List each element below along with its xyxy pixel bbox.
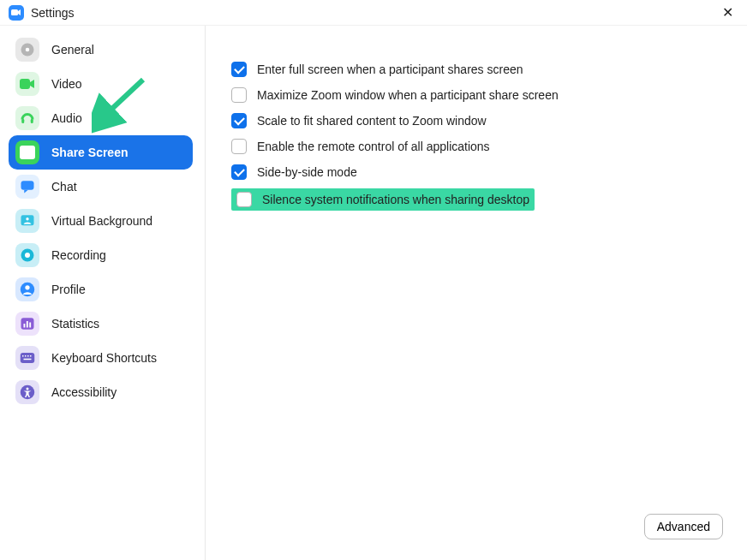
checkbox[interactable] xyxy=(236,192,252,207)
svg-point-25 xyxy=(27,387,29,390)
svg-rect-19 xyxy=(22,355,24,357)
general-icon xyxy=(15,38,39,62)
option-label: Scale to fit shared content to Zoom wind… xyxy=(257,114,487,128)
sidebar-item-statistics[interactable]: Statistics xyxy=(9,307,193,341)
sidebar-item-accessibility[interactable]: Accessibility xyxy=(9,375,193,409)
audio-icon xyxy=(15,106,39,130)
svg-point-9 xyxy=(26,217,28,220)
titlebar-left: Settings xyxy=(9,5,75,21)
svg-rect-7 xyxy=(21,181,34,190)
sidebar-item-profile[interactable]: Profile xyxy=(9,272,193,307)
sidebar-item-label: Video xyxy=(51,77,82,91)
svg-rect-0 xyxy=(11,9,18,15)
option-row: Maximize Zoom window when a participant … xyxy=(231,82,738,108)
option-row: Enable the remote control of all applica… xyxy=(231,134,738,159)
stats-icon xyxy=(15,312,39,336)
svg-rect-5 xyxy=(31,119,33,123)
sidebar-item-label: Recording xyxy=(51,248,106,262)
close-icon[interactable]: ✕ xyxy=(717,3,738,23)
zoom-app-icon xyxy=(9,5,24,21)
vbg-icon xyxy=(15,209,39,233)
svg-rect-16 xyxy=(27,321,28,328)
sidebar-item-keyboard-shortcuts[interactable]: Keyboard Shortcuts xyxy=(9,341,193,375)
sidebar-item-label: Keyboard Shortcuts xyxy=(51,351,157,365)
sidebar-item-audio[interactable]: Audio xyxy=(9,101,193,135)
titlebar: Settings ✕ xyxy=(0,0,747,26)
sidebar-item-video[interactable]: Video xyxy=(9,67,193,101)
svg-rect-22 xyxy=(30,355,32,357)
content-pane: Enter full screen when a participant sha… xyxy=(206,26,747,560)
svg-rect-21 xyxy=(27,355,29,357)
sidebar-item-label: Statistics xyxy=(51,317,99,331)
sidebar-item-chat[interactable]: Chat xyxy=(9,170,193,204)
svg-rect-4 xyxy=(21,119,24,123)
svg-rect-18 xyxy=(21,353,35,363)
accessibility-icon xyxy=(15,380,39,404)
keyboard-icon xyxy=(15,346,39,370)
svg-rect-3 xyxy=(20,79,30,89)
video-icon xyxy=(15,72,39,96)
sidebar-item-label: Accessibility xyxy=(51,385,117,399)
checkbox[interactable] xyxy=(231,139,247,154)
checkbox[interactable] xyxy=(231,164,247,180)
svg-rect-15 xyxy=(24,324,26,328)
recording-icon xyxy=(15,243,39,267)
option-label: Enter full screen when a participant sha… xyxy=(257,63,523,76)
svg-rect-20 xyxy=(25,355,27,357)
window-title: Settings xyxy=(31,6,75,20)
svg-point-13 xyxy=(25,285,29,289)
sidebar-item-virtual-background[interactable]: Virtual Background xyxy=(9,204,193,238)
sidebar-item-label: Profile xyxy=(51,283,86,296)
sidebar-item-label: Virtual Background xyxy=(51,214,152,228)
main: GeneralVideoAudioShare ScreenChatVirtual… xyxy=(0,26,747,560)
option-label: Maximize Zoom window when a participant … xyxy=(257,88,559,102)
option-label: Silence system notifications when sharin… xyxy=(262,193,529,206)
checkbox[interactable] xyxy=(231,62,247,77)
checkbox[interactable] xyxy=(231,87,247,103)
profile-icon xyxy=(15,277,39,301)
option-label: Side-by-side mode xyxy=(257,165,357,179)
option-row: Scale to fit shared content to Zoom wind… xyxy=(231,108,738,134)
option-row: Side-by-side mode xyxy=(231,159,738,185)
svg-rect-17 xyxy=(29,323,31,328)
option-row: Enter full screen when a participant sha… xyxy=(231,57,738,82)
sidebar-item-general[interactable]: General xyxy=(9,33,193,67)
sidebar-item-label: Share Screen xyxy=(51,146,128,159)
svg-point-11 xyxy=(25,253,30,258)
chat-icon xyxy=(15,175,39,199)
svg-rect-23 xyxy=(24,359,32,360)
svg-point-2 xyxy=(26,48,30,52)
share-icon xyxy=(15,140,39,164)
sidebar-item-recording[interactable]: Recording xyxy=(9,238,193,272)
sidebar-item-label: General xyxy=(51,43,94,57)
option-label: Enable the remote control of all applica… xyxy=(257,140,490,153)
sidebar-item-label: Chat xyxy=(51,180,77,194)
sidebar-item-label: Audio xyxy=(51,111,82,125)
advanced-button[interactable]: Advanced xyxy=(644,514,723,539)
checkbox[interactable] xyxy=(231,113,247,128)
sidebar-item-share-screen[interactable]: Share Screen xyxy=(9,135,193,170)
highlighted-option: Silence system notifications when sharin… xyxy=(231,188,535,211)
sidebar: GeneralVideoAudioShare ScreenChatVirtual… xyxy=(0,26,206,560)
